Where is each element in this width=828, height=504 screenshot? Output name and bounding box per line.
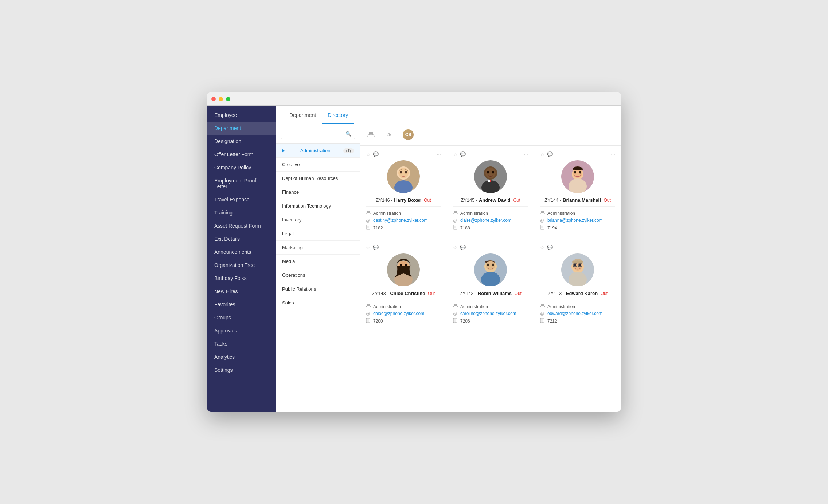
employee-avatar[interactable] — [387, 160, 420, 193]
close-button[interactable] — [211, 97, 216, 101]
sidebar-item-asset-request-form[interactable]: Asset Request Form — [207, 219, 276, 232]
employee-name[interactable]: Chloe Christine — [390, 291, 425, 296]
sidebar-item-designation[interactable]: Designation — [207, 135, 276, 148]
svg-point-64 — [574, 264, 576, 267]
star-icon[interactable]: ☆ — [540, 245, 545, 251]
employee-name[interactable]: Brianna Marshall — [563, 197, 601, 203]
avatar-container — [453, 160, 528, 193]
dept-row: Administration — [453, 210, 528, 216]
tab-directory[interactable]: Directory — [322, 106, 354, 124]
minimize-button[interactable] — [219, 97, 223, 101]
chat-icon[interactable]: 💬 — [547, 245, 553, 251]
dept-item-legal[interactable]: Legal — [276, 227, 360, 241]
card-top: ☆ 💬 ··· — [453, 151, 528, 157]
chat-icon[interactable]: 💬 — [547, 151, 553, 157]
employee-email[interactable]: caroline@zphone.zylker.com — [460, 311, 516, 316]
dept-item-dept-of-human-resources[interactable]: Dept of Human Resources — [276, 172, 360, 185]
sidebar-item-birthday-folks[interactable]: Birthday Folks — [207, 272, 276, 285]
more-options-icon[interactable]: ··· — [611, 245, 615, 251]
sidebar-item-company-policy[interactable]: Company Policy — [207, 161, 276, 174]
phone-row: 7200 — [366, 318, 441, 324]
maximize-button[interactable] — [226, 97, 230, 101]
star-icon[interactable]: ☆ — [366, 151, 371, 157]
employee-email[interactable]: brianna@zphone.zylker.com — [547, 218, 603, 223]
employee-email[interactable]: edward@zphone.zylker.com — [547, 311, 602, 316]
employee-dept: Administration — [547, 304, 575, 309]
more-options-icon[interactable]: ··· — [611, 151, 615, 157]
star-icon[interactable]: ☆ — [453, 151, 458, 157]
tab-department[interactable]: Department — [284, 106, 322, 124]
tabs-bar: DepartmentDirectory — [276, 106, 621, 124]
star-icon[interactable]: ☆ — [453, 245, 458, 251]
dept-item-sales[interactable]: Sales — [276, 296, 360, 310]
sidebar-item-favorites[interactable]: Favorites — [207, 298, 276, 311]
manager-avatar: CS — [403, 129, 414, 140]
employee-name[interactable]: Harry Boxer — [394, 197, 421, 203]
search-box: 🔍 — [276, 124, 360, 144]
employee-avatar[interactable] — [561, 253, 594, 286]
employee-avatar[interactable] — [561, 160, 594, 193]
dept-item-media[interactable]: Media — [276, 255, 360, 268]
sidebar-item-approvals[interactable]: Approvals — [207, 324, 276, 337]
employee-dept: Administration — [547, 211, 575, 216]
dept-item-finance[interactable]: Finance — [276, 185, 360, 199]
employee-name[interactable]: Robin Williams — [478, 291, 512, 296]
dept-item-operations[interactable]: Operations — [276, 268, 360, 282]
dept-item-public-relations[interactable]: Public Relations — [276, 282, 360, 296]
chat-icon[interactable]: 💬 — [373, 151, 379, 157]
dept-item-inventory[interactable]: Inventory — [276, 213, 360, 227]
dept-header-icon — [367, 131, 375, 139]
sidebar-item-analytics[interactable]: Analytics — [207, 350, 276, 363]
sidebar-item-employment-proof-letter[interactable]: Employment Proof Letter — [207, 174, 276, 193]
svg-point-25 — [455, 229, 456, 229]
employee-email[interactable]: claire@zphone.zylker.com — [460, 218, 511, 223]
dept-item-administration[interactable]: Administration(1) — [276, 144, 360, 158]
svg-point-7 — [405, 171, 407, 174]
sidebar-item-new-hires[interactable]: New Hires — [207, 285, 276, 298]
dept-item-marketing[interactable]: Marketing — [276, 241, 360, 255]
more-options-icon[interactable]: ··· — [437, 245, 441, 251]
employee-avatar[interactable] — [474, 253, 507, 286]
card-top: ☆ 💬 ··· — [540, 151, 615, 157]
sidebar-item-announcements[interactable]: Announcements — [207, 245, 276, 259]
search-wrapper[interactable]: 🔍 — [281, 129, 355, 139]
sidebar-item-offer-letter-form[interactable]: Offer Letter Form — [207, 148, 276, 161]
sidebar-item-department[interactable]: Department — [207, 122, 276, 135]
dept-icon — [540, 304, 545, 309]
sidebar-item-employee[interactable]: Employee — [207, 109, 276, 122]
employee-avatar[interactable] — [387, 253, 420, 286]
search-input[interactable] — [285, 131, 343, 137]
sidebar-item-organization-tree[interactable]: Organization Tree — [207, 259, 276, 272]
sidebar-item-training[interactable]: Training — [207, 206, 276, 219]
sidebar-item-travel-expense[interactable]: Travel Expense — [207, 193, 276, 206]
employee-name[interactable]: Edward Karen — [566, 291, 598, 296]
phone-row: 7188 — [453, 225, 528, 231]
svg-point-43 — [405, 264, 407, 267]
email-icon: @ — [366, 311, 371, 316]
svg-point-16 — [485, 168, 496, 178]
sidebar-item-exit-details[interactable]: Exit Details — [207, 232, 276, 245]
star-icon[interactable]: ☆ — [366, 245, 371, 251]
chat-icon[interactable]: 💬 — [460, 151, 466, 157]
star-icon[interactable]: ☆ — [540, 151, 545, 157]
sidebar-item-groups[interactable]: Groups — [207, 311, 276, 324]
employee-email[interactable]: chloe@zphone.zylker.com — [373, 311, 424, 316]
phone-icon — [453, 225, 458, 231]
chat-icon[interactable]: 💬 — [373, 245, 379, 251]
svg-point-48 — [368, 322, 368, 323]
sidebar-item-settings[interactable]: Settings — [207, 363, 276, 377]
svg-rect-36 — [541, 226, 543, 228]
more-options-icon[interactable]: ··· — [524, 151, 528, 157]
dept-item-information-technology[interactable]: Information Technology — [276, 199, 360, 213]
sidebar-item-tasks[interactable]: Tasks — [207, 337, 276, 350]
more-options-icon[interactable]: ··· — [437, 151, 441, 157]
phone-icon — [366, 318, 371, 324]
employee-email[interactable]: destiny@zphone.zylker.com — [373, 218, 428, 223]
email-row: @ claire@zphone.zylker.com — [453, 218, 528, 223]
employee-name[interactable]: Andrew David — [479, 197, 511, 203]
svg-point-18 — [492, 171, 494, 174]
employee-avatar[interactable] — [474, 160, 507, 193]
more-options-icon[interactable]: ··· — [524, 245, 528, 251]
chat-icon[interactable]: 💬 — [460, 245, 466, 251]
dept-item-creative[interactable]: Creative — [276, 158, 360, 172]
